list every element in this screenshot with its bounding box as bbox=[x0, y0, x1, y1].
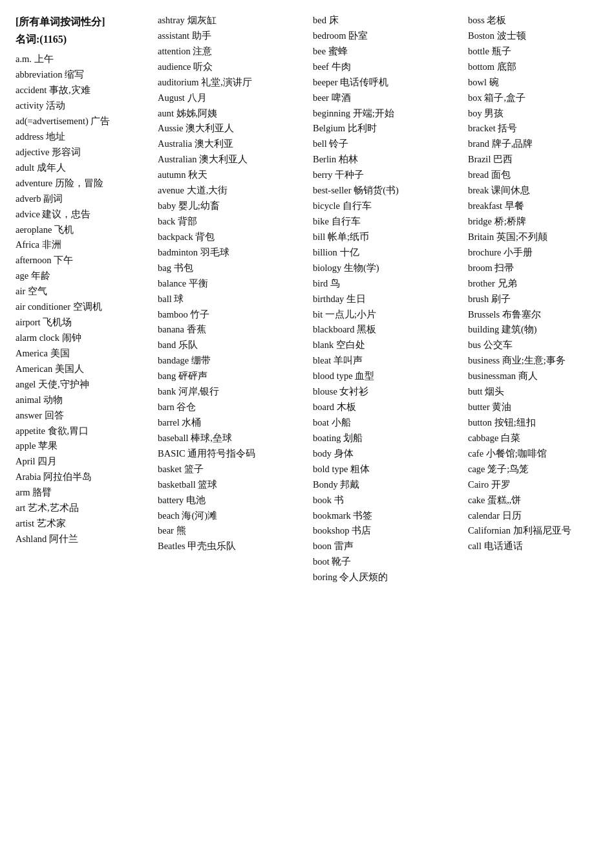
entry-en: boss bbox=[468, 15, 485, 25]
entry-en: ball bbox=[158, 294, 172, 304]
entry-zh: 身体 bbox=[334, 448, 354, 459]
entry-zh: 蜜蜂 bbox=[328, 46, 348, 56]
list-item: boon 雷声 bbox=[313, 539, 461, 554]
entry-en: Africa bbox=[16, 239, 39, 250]
entry-en: answer bbox=[16, 410, 42, 420]
entry-en: balance bbox=[158, 278, 186, 288]
list-item: ad(=advertisement) 广告 bbox=[16, 114, 151, 129]
entry-en: April bbox=[16, 456, 36, 466]
entry-zh: 牌子,品牌 bbox=[492, 138, 533, 149]
entry-zh: 加利福尼亚号 bbox=[513, 525, 571, 536]
list-item: bus 公交车 bbox=[468, 338, 614, 353]
entry-zh: 书签 bbox=[353, 510, 372, 521]
entry-en: adventure bbox=[16, 178, 52, 188]
entry-en: businessman bbox=[468, 371, 516, 381]
entry-zh: 划船 bbox=[343, 433, 363, 443]
entry-zh: 阿拉伯半岛 bbox=[43, 472, 92, 482]
entry-zh: 白菜 bbox=[501, 433, 520, 443]
list-item: ball 球 bbox=[158, 292, 306, 307]
list-item: avenue 大道,大街 bbox=[158, 183, 306, 199]
entry-zh: 澳大利亚 bbox=[195, 138, 233, 149]
entry-en: aeroplane bbox=[16, 224, 52, 235]
entry-en: Australia bbox=[158, 138, 192, 149]
list-item: bit 一点儿;小片 bbox=[313, 307, 461, 323]
list-item: address 地址 bbox=[16, 129, 151, 145]
entry-zh: 烟头 bbox=[485, 386, 504, 396]
entry-zh: 礼堂,演讲厅 bbox=[201, 77, 252, 87]
entry-en: bag bbox=[158, 263, 171, 273]
entry-en: backpack bbox=[158, 232, 193, 242]
entry-zh: 括号 bbox=[498, 123, 517, 133]
entry-zh: 竹子 bbox=[190, 309, 209, 320]
list-item: battery 电池 bbox=[158, 493, 306, 508]
entry-zh: 八月 bbox=[187, 92, 207, 103]
entry-en: blood type bbox=[313, 371, 353, 381]
list-item: accident 事故,灾难 bbox=[16, 83, 151, 98]
list-item: call 电话通话 bbox=[468, 539, 614, 554]
entry-zh: 女衬衫 bbox=[339, 386, 368, 396]
entry-zh: 香蕉 bbox=[187, 324, 206, 334]
entry-en: boating bbox=[313, 433, 341, 443]
list-item: breakfast 早餐 bbox=[468, 199, 614, 214]
col4-entries: boss 老板Boston 波士顿bottle 瓶子bottom 底部bowl … bbox=[468, 13, 614, 554]
entry-en: American bbox=[16, 363, 52, 374]
entry-en: barrel bbox=[158, 417, 180, 428]
entry-zh: 砰砰声 bbox=[178, 371, 207, 381]
entry-en: brochure bbox=[468, 247, 502, 257]
entry-zh: 英国;不列颠 bbox=[496, 232, 547, 242]
list-item: basketball 篮球 bbox=[158, 477, 306, 493]
entry-en: brother bbox=[468, 278, 495, 288]
entry-zh: 扫帚 bbox=[494, 263, 514, 273]
list-item: adverb 副词 bbox=[16, 191, 151, 207]
entry-en: boat bbox=[313, 417, 329, 428]
list-item: bee 蜜蜂 bbox=[313, 44, 461, 60]
entry-zh: 苹果 bbox=[38, 440, 58, 451]
entry-zh: 通用符号指令码 bbox=[187, 448, 255, 459]
entry-zh: 水桶 bbox=[182, 417, 201, 428]
entry-zh: 姊姊,阿姨 bbox=[176, 108, 218, 118]
entry-en: blouse bbox=[313, 386, 337, 396]
entry-en: book bbox=[313, 495, 332, 505]
list-item: audience 听众 bbox=[158, 60, 306, 75]
list-item: Australian 澳大利亚人 bbox=[158, 152, 306, 168]
entry-en: angel bbox=[16, 379, 36, 389]
entry-en: ashtray bbox=[158, 15, 185, 25]
entry-en: animal bbox=[16, 395, 41, 405]
entry-zh: 开端;开始 bbox=[353, 108, 394, 118]
entry-en: bill bbox=[313, 232, 325, 242]
entry-zh: 笼子;鸟笼 bbox=[487, 464, 529, 474]
list-item: basket 篮子 bbox=[158, 462, 306, 477]
entry-zh: 缩写 bbox=[65, 69, 84, 80]
list-item: badminton 羽毛球 bbox=[158, 245, 306, 261]
list-item: bleat 羊叫声 bbox=[313, 353, 461, 369]
entry-zh: 背部 bbox=[178, 216, 197, 226]
list-item: break 课间休息 bbox=[468, 183, 614, 199]
list-item: birthday 生日 bbox=[313, 292, 461, 307]
entry-zh: 底部 bbox=[497, 61, 516, 72]
entry-zh: 瓶子 bbox=[492, 46, 511, 56]
column-1: [所有单词按词性分] 名词:(1165) a.m. 上午abbreviation… bbox=[16, 13, 151, 547]
entry-zh: 干种子 bbox=[335, 169, 364, 180]
entry-en: Berlin bbox=[313, 154, 336, 164]
list-item: brother 兄弟 bbox=[468, 276, 614, 292]
list-item: bill 帐单;纸币 bbox=[313, 230, 461, 245]
list-item: bag 书包 bbox=[158, 261, 306, 276]
entry-zh: 碗 bbox=[489, 77, 499, 87]
entry-en: biology bbox=[313, 263, 341, 273]
entry-zh: 书店 bbox=[352, 525, 371, 536]
entry-zh: 空白处 bbox=[336, 340, 365, 350]
list-item: berry 干种子 bbox=[313, 168, 461, 183]
entry-en: audience bbox=[158, 61, 191, 72]
list-item: blank 空白处 bbox=[313, 338, 461, 353]
list-item: building 建筑(物) bbox=[468, 322, 614, 338]
list-item: bird 鸟 bbox=[313, 276, 461, 292]
entry-en: call bbox=[468, 541, 482, 551]
entry-zh: 小手册 bbox=[503, 247, 533, 257]
entry-en: baby bbox=[158, 201, 176, 211]
entry-en: boot bbox=[313, 556, 330, 567]
entry-en: age bbox=[16, 270, 28, 281]
list-item: blackboard 黑板 bbox=[313, 322, 461, 338]
entry-en: bell bbox=[313, 138, 327, 149]
list-item: afternoon 下午 bbox=[16, 253, 151, 268]
entry-zh: 大道,大街 bbox=[187, 185, 228, 195]
